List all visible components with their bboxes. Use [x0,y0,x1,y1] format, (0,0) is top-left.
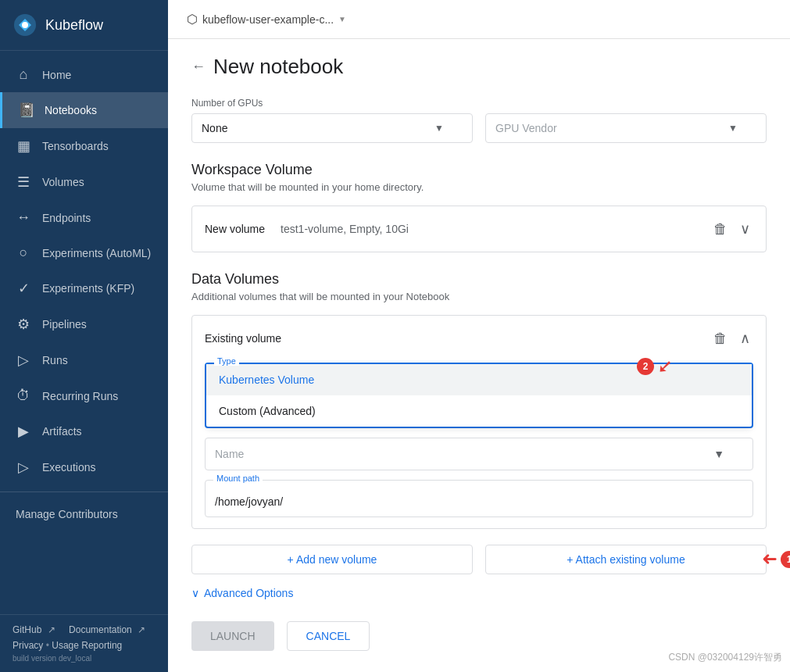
sidebar-item-manage-contributors[interactable]: Manage Contributors [0,499,168,530]
workspace-volume-card: New volume test1-volume, Empty, 10Gi 🗑 ∨ [191,206,767,252]
gpu-count-value: None [202,122,227,134]
experiments-automl-icon: ○ [16,245,31,261]
sidebar-item-pipelines[interactable]: ⚙ Pipelines [0,306,168,342]
workspace-volume-title: Workspace Volume [191,162,767,178]
sidebar-item-tensorboards[interactable]: ▦ Tensorboards [0,128,168,164]
sidebar-logo[interactable]: Kubeflow [0,0,168,51]
sidebar-item-notebooks[interactable]: 📓 Notebooks [0,92,168,128]
ev-delete-btn[interactable]: 🗑 [710,327,731,350]
sidebar-label-experiments-kfp: Experiments (KFP) [42,282,134,295]
sidebar-nav: ⌂ Home 📓 Notebooks ▦ Tensorboards ☰ Volu… [0,51,168,614]
recurring-runs-icon: ⏱ [16,388,31,404]
notebooks-icon: 📓 [18,102,34,119]
cancel-button[interactable]: CANCEL [287,621,370,651]
sidebar-item-endpoints[interactable]: ↔ Endpoints [0,200,168,235]
namespace-selector[interactable]: ⬡ kubeflow-user-example-c... ▼ [181,9,352,30]
type-dropdown-label: Type [214,356,239,366]
volume-buttons: + Add new volume + Attach existing volum… [191,545,767,574]
sidebar-label-volumes: Volumes [42,176,84,188]
artifacts-icon: ▶ [16,423,31,440]
annotation-1-arrow: ➜ [762,549,777,570]
gpu-vendor-chevron: ▼ [728,123,738,134]
privacy-link[interactable]: Privacy [13,640,43,651]
sidebar-label-artifacts: Artifacts [42,425,82,438]
ev-actions: 🗑 ∧ [710,327,753,350]
add-new-volume-btn[interactable]: + Add new volume [191,545,473,574]
annotation-badge-1: 1 [781,551,790,568]
kubeflow-logo-icon [13,13,38,38]
mount-path-container: Mount path /home/jovyan/ [205,480,753,517]
name-chevron: ▼ [713,448,724,460]
advanced-options-label: Advanced Options [204,587,293,599]
documentation-link[interactable]: Documentation [69,624,132,635]
runs-icon: ▷ [16,352,31,369]
namespace-chevron: ▼ [338,15,346,23]
gpu-vendor-value: GPU Vendor [495,122,557,134]
annotation-2-arrow: ➘ [657,356,673,377]
ev-title: Existing volume [205,332,281,345]
sidebar-item-volumes[interactable]: ☰ Volumes [0,164,168,200]
launch-button: LAUNCH [191,621,274,651]
data-volumes-section: Data Volumes Additional volumes that wil… [191,271,767,529]
sidebar-label-manage-contributors: Manage Contributors [16,508,118,520]
workspace-volume-name: test1-volume, Empty, 10Gi [281,223,409,235]
watermark: CSDN @032004129许智勇 [668,651,782,664]
usage-reporting-link[interactable]: Usage Reporting [52,640,122,651]
sidebar-label-tensorboards: Tensorboards [42,140,109,152]
existing-volume-card: Existing volume 🗑 ∧ Type Kubernetes Volu… [191,315,767,529]
attach-existing-volume-btn[interactable]: + Attach existing volume [485,545,767,574]
workspace-volume-section: Workspace Volume Volume that will be mou… [191,162,767,252]
sidebar-label-notebooks: Notebooks [45,104,97,116]
action-buttons: LAUNCH CANCEL [191,615,767,651]
content-area: ← New notebook Number of GPUs None ▼ GPU… [168,39,790,672]
sidebar-label-runs: Runs [42,354,68,366]
sidebar-item-executions[interactable]: ▷ Executions [0,449,168,485]
sidebar-label-executions: Executions [42,461,95,474]
sidebar-label-recurring-runs: Recurring Runs [42,390,118,402]
gpu-vendor-select[interactable]: GPU Vendor ▼ [485,113,767,143]
sidebar-item-home[interactable]: ⌂ Home [0,57,168,92]
gpu-row: None ▼ GPU Vendor ▼ [191,113,767,143]
workspace-volume-type: New volume [205,223,265,235]
sidebar-item-recurring-runs[interactable]: ⏱ Recurring Runs [0,378,168,413]
gpu-count-select[interactable]: None ▼ [191,113,473,143]
sidebar-footer: GitHub ↗ Documentation ↗ Privacy • Usage… [0,614,168,672]
volumes-icon: ☰ [16,173,31,191]
sidebar-label-endpoints: Endpoints [42,212,91,224]
sidebar: Kubeflow ⌂ Home 📓 Notebooks ▦ Tensorboar… [0,0,168,672]
workspace-volume-right: 🗑 ∨ [710,217,753,241]
sidebar-item-artifacts[interactable]: ▶ Artifacts [0,413,168,449]
workspace-volume-expand-btn[interactable]: ∨ [737,217,753,241]
sidebar-label-experiments-automl: Experiments (AutoML) [42,247,151,259]
sidebar-item-experiments-kfp[interactable]: ✓ Experiments (KFP) [0,270,168,306]
dropdown-option-custom[interactable]: Custom (Advanced) [206,395,752,427]
name-select[interactable]: Name ▼ [205,438,753,470]
sidebar-label-home: Home [42,69,71,81]
name-placeholder: Name [215,448,244,460]
namespace-icon: ⬡ [187,12,198,27]
ev-collapse-btn[interactable]: ∧ [737,327,753,350]
tensorboards-icon: ▦ [16,138,31,155]
sidebar-item-experiments-automl[interactable]: ○ Experiments (AutoML) [0,235,168,270]
page-title: New notebook [213,55,343,79]
advanced-options[interactable]: ∨ Advanced Options [191,587,767,599]
annotation-badge-2: 2 [637,358,654,375]
sidebar-item-runs[interactable]: ▷ Runs [0,342,168,378]
github-link[interactable]: GitHub [13,624,41,635]
workspace-volume-desc: Volume that will be mounted in your home… [191,181,767,193]
data-volumes-desc: Additional volumes that will be mounted … [191,291,767,302]
back-button[interactable]: ← [191,59,206,75]
pipelines-icon: ⚙ [16,316,31,333]
home-icon: ⌂ [16,66,31,83]
mount-path-value: /home/jovyan/ [215,495,283,508]
gpu-count-field: None ▼ [191,113,473,143]
workspace-volume-delete-btn[interactable]: 🗑 [710,218,731,241]
main-content: ⬡ kubeflow-user-example-c... ▼ ← New not… [168,0,790,672]
data-volumes-title: Data Volumes [191,271,767,288]
volume-buttons-wrapper: + Add new volume + Attach existing volum… [191,545,767,574]
advanced-options-chevron: ∨ [191,587,199,599]
ev-header: Existing volume 🗑 ∧ [205,327,753,350]
page-header: ← New notebook [191,55,767,79]
mount-path-label: Mount path [213,474,263,483]
name-field-row: Name ▼ [205,438,753,470]
